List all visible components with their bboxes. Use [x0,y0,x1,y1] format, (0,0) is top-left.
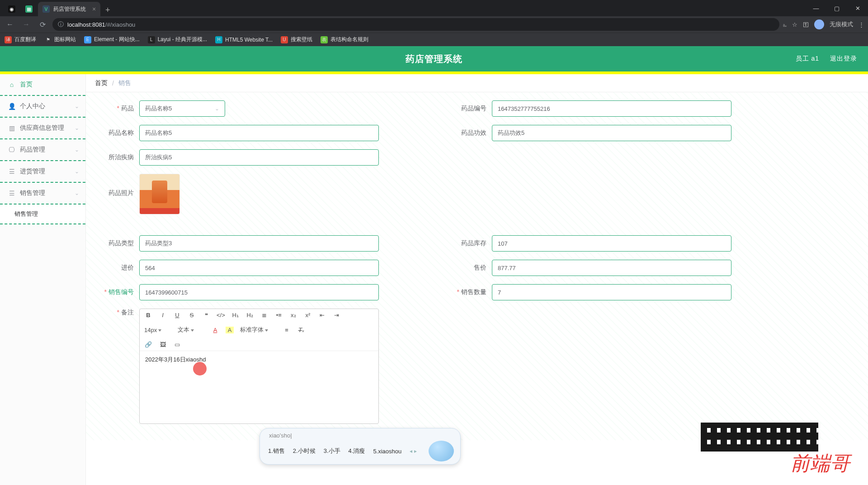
type-label: 药品类型 [99,239,139,247]
ime-candidate[interactable]: 4.消瘦 [349,447,365,455]
sidebar-item-profile[interactable]: 👤 个人中心 ⌄ [0,96,85,118]
menu-icon[interactable]: ⋮ [859,21,864,28]
superscript-button[interactable]: x² [304,312,312,319]
ime-candidate[interactable]: 2.小时候 [293,447,316,455]
cursor-highlight-icon [193,362,207,376]
italic-button[interactable]: I [159,312,167,319]
forward-button[interactable]: → [20,18,33,31]
back-button[interactable]: ← [4,18,16,31]
sale-qty-input[interactable] [492,284,731,300]
sidebar-item-home[interactable]: ⌂ 首页 [0,74,85,96]
close-window-button[interactable]: ✕ [847,0,868,16]
maximize-button[interactable]: ▢ [826,0,847,16]
font-family-select[interactable]: 标准字体▾ [240,326,276,334]
sale-price-input[interactable] [492,260,731,276]
editor-content[interactable]: 2022年3月16日xiaoshd [140,351,378,423]
breadcrumb-root[interactable]: 首页 [95,79,108,87]
editor-text: 2022年3月16日xiaoshd [145,356,206,363]
bookmark-item[interactable]: EElement - 网站快... [84,36,140,43]
reload-button[interactable]: ⟳ [36,18,49,31]
browser-tab[interactable]: ◉ [4,2,20,16]
ime-candidate[interactable]: 3.小手 [324,447,340,455]
drug-select[interactable]: 药品名称5 ⌄ [139,100,225,117]
subscript-button[interactable]: x₂ [289,312,297,319]
code-button[interactable]: </> [217,312,225,319]
browser-tab-active[interactable]: V 药店管理系统 × [38,2,100,16]
drug-code-input[interactable] [492,100,731,117]
link-button[interactable]: 🔗 [144,341,152,348]
stock-input[interactable] [492,235,731,252]
bookmark-item[interactable]: HHTML5 Website T... [215,36,273,43]
bookmark-item[interactable]: U搜索壁纸 [281,36,312,43]
sidebar-item-purchase[interactable]: ☰ 进货管理 ⌄ [0,161,85,183]
drug-name-input[interactable] [139,125,379,141]
drug-code-label: 药品编号 [451,105,492,113]
disease-input[interactable] [139,149,379,166]
drug-name-label: 药品名称 [99,129,139,137]
drug-effect-input[interactable] [492,125,731,141]
bookmark-star-icon[interactable]: ☆ [792,21,797,28]
close-icon[interactable]: × [92,5,96,13]
bookmark-item[interactable]: 表表结构命名规则 [321,36,368,43]
breadcrumb-current: 销售 [118,79,131,87]
quote-button[interactable]: ❝ [202,312,210,319]
sale-price-label: 售价 [451,264,492,272]
new-tab-button[interactable]: + [101,4,114,16]
sidebar-item-supplier[interactable]: ▥ 供应商信息管理 ⌄ [0,118,85,139]
ime-pager[interactable]: ◂ ▸ [410,448,416,454]
sidebar-item-label: 进货管理 [20,167,45,176]
video-button[interactable]: ▭ [173,341,181,348]
bookmark-item[interactable]: ⚑图标网站 [44,36,76,43]
profile-avatar[interactable] [814,19,824,29]
drug-photo-thumbnail[interactable] [139,174,180,214]
align-button[interactable]: ≡ [283,327,291,333]
ordered-list-button[interactable]: ≣ [260,312,269,319]
purchase-price-input[interactable] [139,260,379,276]
sale-qty-label: 销售数量 [451,288,492,296]
site-icon: L [148,36,155,43]
sidebar-item-sales[interactable]: ☰ 销售管理 ⌄ [0,183,85,204]
image-button[interactable]: 🖼 [159,341,167,348]
sidebar-item-drugs[interactable]: 🖵 药品管理 ⌄ [0,139,85,161]
logout-link[interactable]: 退出登录 [830,55,857,63]
ime-candidate[interactable]: 1.销售 [268,447,285,455]
list-icon: ☰ [8,168,15,175]
url-input[interactable]: ⓘ localhost:8081/#/xiaoshou [52,18,779,31]
ime-candidate[interactable]: 5.xiaoshou [373,448,401,455]
chevron-down-icon: ⌄ [215,105,219,112]
h2-button[interactable]: H₂ [246,312,254,319]
browser-tab-strip: ◉ ▦ V 药店管理系统 × + — ▢ ✕ [0,0,868,16]
sidebar-subitem-sales-manage[interactable]: 销售管理 [0,204,85,224]
bold-button[interactable]: B [144,312,152,319]
sale-no-label: 销售编号 [99,288,139,296]
rich-text-editor: B I U S ❝ </> H₁ H₂ ≣ •≡ x₂ x² ⇤ [139,309,379,424]
flag-icon: ⚑ [44,36,52,43]
chevron-down-icon: ⌄ [75,125,79,131]
bookmark-item[interactable]: LLayui - 经典开源模... [148,36,207,43]
breadcrumb-separator: / [112,80,114,87]
h1-button[interactable]: H₁ [231,312,240,319]
sale-no-input[interactable] [139,284,379,300]
tab-title: 药店管理系统 [53,5,86,13]
font-size-select[interactable]: 14px▾ [144,327,171,333]
browser-tab[interactable]: ▦ [21,2,37,16]
block-type-select[interactable]: 文本▾ [178,326,205,334]
clear-format-button[interactable]: T̶ₓ [297,327,305,333]
type-input[interactable] [139,235,379,252]
outdent-button[interactable]: ⇤ [318,312,326,319]
unordered-list-button[interactable]: •≡ [275,312,283,319]
bg-color-button[interactable]: A [226,327,234,333]
key-icon[interactable]: ⚿ [803,21,809,28]
bookmark-item[interactable]: 译百度翻译 [5,36,36,43]
site-icon: H [215,36,222,43]
font-color-button[interactable]: A [211,327,219,333]
indent-button[interactable]: ⇥ [333,312,341,319]
stock-label: 药品库存 [451,239,492,247]
strike-button[interactable]: S [188,312,196,319]
underline-button[interactable]: U [173,312,181,319]
minimize-button[interactable]: — [806,0,826,16]
incognito-label: 无痕模式 [830,20,853,29]
home-icon: ⌂ [8,81,15,88]
user-label[interactable]: 员工 a1 [796,55,819,63]
translate-icon[interactable]: ⎁ [783,21,787,28]
